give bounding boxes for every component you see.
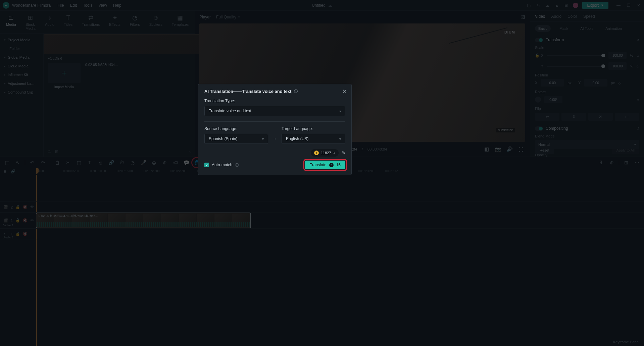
target-lang-select[interactable]: English (US)▾ (282, 134, 345, 144)
auto-match-checkbox[interactable]: ✓ Auto-match ⓘ (204, 163, 239, 168)
translate-button[interactable]: Translate ✦ 16 (305, 161, 345, 169)
refresh-icon[interactable]: ↻ (342, 151, 345, 155)
check-icon: ✓ (204, 163, 209, 167)
chevron-down-icon: ▾ (339, 109, 341, 113)
credits-balance[interactable]: ✦ 11827 + (311, 149, 339, 157)
info-icon[interactable]: ⓘ (235, 163, 239, 168)
coin-icon: ✦ (314, 151, 319, 155)
plus-icon: + (333, 151, 335, 155)
arrow-right-icon: → (273, 136, 277, 141)
coin-icon: ✦ (329, 163, 334, 167)
close-icon[interactable]: ✕ (342, 88, 347, 95)
info-icon[interactable]: ⓘ (294, 89, 298, 94)
chevron-down-icon: ▾ (262, 137, 264, 141)
translation-type-select[interactable]: Translate voice and text▾ (204, 106, 345, 116)
source-lang-label: Source Language: (204, 126, 268, 131)
modal-title: AI Translation——Translate voice and text (204, 89, 291, 94)
ai-translation-dialog: AI Translation——Translate voice and text… (198, 84, 352, 175)
source-lang-select[interactable]: Spanish (Spain)▾ (204, 134, 268, 144)
chevron-down-icon: ▾ (339, 137, 341, 141)
target-lang-label: Target Language: (282, 126, 345, 131)
translation-type-label: Translation Type: (204, 99, 345, 103)
